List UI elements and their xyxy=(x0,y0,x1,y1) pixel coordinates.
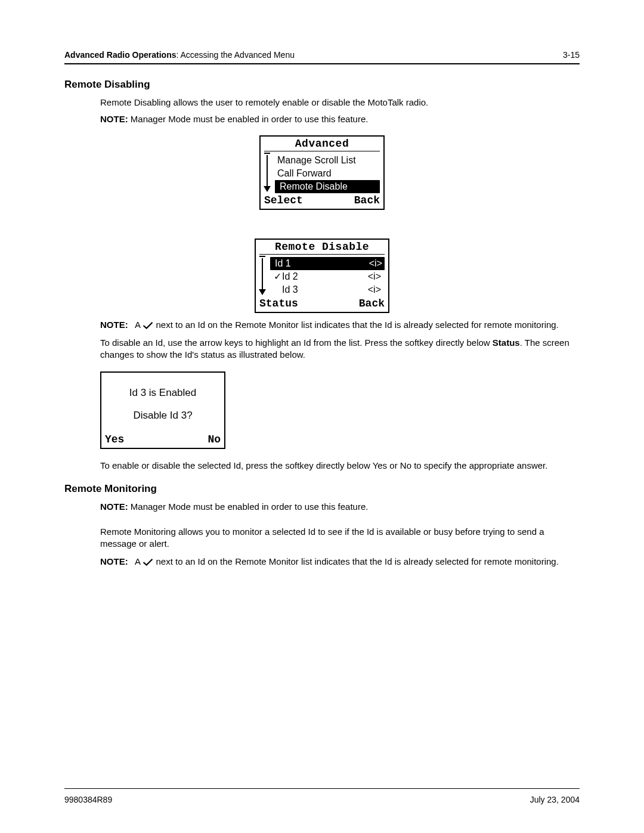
softkey-right: No xyxy=(208,433,221,445)
check-icon: ✓ xyxy=(273,271,282,282)
note-checkmark-meaning-2: NOTE: A next to an Id on the Remote Moni… xyxy=(100,556,580,568)
lcd-title: Advanced xyxy=(261,137,383,150)
disable-instructions: To disable an Id, use the arrow keys to … xyxy=(100,337,580,361)
softkey-right: Back xyxy=(354,194,380,206)
note-text: Manager Mode must be enabled in order to… xyxy=(131,114,369,124)
lcd-confirm-disable: Id 3 is Enabled Disable Id 3? Yes No xyxy=(100,371,225,449)
check-icon xyxy=(143,321,153,330)
menu-item: Call Forward xyxy=(265,167,379,180)
monitoring-intro: Remote Monitoring allows you to monitor … xyxy=(100,526,580,550)
header-rule xyxy=(64,63,580,64)
softkey-left: Yes xyxy=(105,433,124,445)
softkey-left: Status xyxy=(259,298,298,309)
confirm-instructions: To enable or disable the selected Id, pr… xyxy=(100,460,580,472)
intro-paragraph: Remote Disabling allows the user to remo… xyxy=(100,97,580,109)
note-label: NOTE: xyxy=(100,114,128,124)
heading-remote-disabling: Remote Disabling xyxy=(64,79,580,91)
id-row-selected: Id 1 <i> xyxy=(270,257,385,270)
prompt-line: Disable Id 3? xyxy=(107,410,218,422)
header-section: Advanced Radio Operations xyxy=(64,50,176,60)
running-header: Advanced Radio Operations: Accessing the… xyxy=(64,50,580,60)
note-manager-mode-2: NOTE: Manager Mode must be enabled in or… xyxy=(100,501,580,513)
check-icon xyxy=(143,558,153,566)
scroll-indicator-icon xyxy=(259,256,268,298)
page-footer: 9980384R89 July 23, 2004 xyxy=(64,788,580,804)
heading-remote-monitoring: Remote Monitoring xyxy=(64,483,580,495)
menu-item: Manage Scroll List xyxy=(265,154,379,167)
softkey-right: Back xyxy=(359,298,385,309)
note-checkmark-meaning-1: NOTE: A next to an Id on the Remote Moni… xyxy=(100,319,580,331)
lcd-remote-disable-list: Remote Disable Id 1 <i> ✓ Id 2 <i> xyxy=(255,239,389,313)
header-page-num: 3-15 xyxy=(563,50,580,60)
id-row: Id 3 <i> xyxy=(261,283,383,296)
header-subsection: Accessing the Advanced Menu xyxy=(181,50,295,60)
note-manager-mode-1: NOTE: Manager Mode must be enabled in or… xyxy=(100,113,580,125)
doc-date: July 23, 2004 xyxy=(530,795,580,804)
status-line: Id 3 is Enabled xyxy=(107,387,218,399)
scroll-indicator-icon xyxy=(264,153,273,194)
id-row: ✓ Id 2 <i> xyxy=(261,270,383,283)
lcd-advanced-menu: Advanced Manage Scroll List Call Forward… xyxy=(259,135,385,210)
lcd-title: Remote Disable xyxy=(256,240,388,253)
doc-number: 9980384R89 xyxy=(64,795,112,804)
menu-item-selected: Remote Disable xyxy=(275,180,380,193)
softkey-left: Select xyxy=(264,194,303,206)
